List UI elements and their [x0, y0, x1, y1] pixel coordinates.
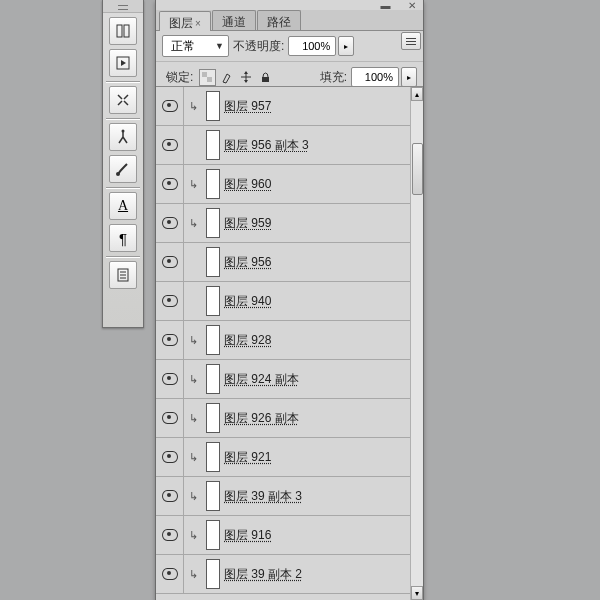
layer-row[interactable]: ↳图层 926 副本	[156, 399, 411, 438]
layer-row[interactable]: ↳图层 39 副本 3	[156, 477, 411, 516]
eye-icon	[162, 451, 178, 463]
layer-row[interactable]: ↳图层 916	[156, 516, 411, 555]
layer-name[interactable]: 图层 928	[224, 332, 271, 349]
layer-name[interactable]: 图层 921	[224, 449, 271, 466]
tool-button-tools[interactable]	[109, 86, 137, 114]
layer-list: ↳图层 957图层 956 副本 3↳图层 960↳图层 959图层 956图层…	[156, 86, 423, 600]
layer-row[interactable]: 图层 940	[156, 282, 411, 321]
lock-all-icon[interactable]	[258, 70, 273, 85]
lock-position-icon[interactable]	[239, 70, 254, 85]
clip-indicator: ↳	[184, 165, 202, 203]
layer-name[interactable]: 图层 39 副本 2	[224, 566, 302, 583]
visibility-toggle[interactable]	[156, 516, 184, 554]
scroll-thumb[interactable]	[412, 143, 423, 195]
svg-marker-3	[121, 60, 126, 66]
layer-row[interactable]: ↳图层 957	[156, 87, 411, 126]
panel-menu-button[interactable]	[401, 32, 421, 50]
close-icon[interactable]: ×	[195, 18, 201, 29]
clip-indicator: ↳	[184, 87, 202, 125]
visibility-toggle[interactable]	[156, 87, 184, 125]
visibility-toggle[interactable]	[156, 360, 184, 398]
layer-thumbnail[interactable]	[206, 520, 220, 550]
layer-name[interactable]: 图层 959	[224, 215, 271, 232]
tool-button-fork[interactable]	[109, 123, 137, 151]
fill-field[interactable]	[351, 67, 399, 87]
layer-thumbnail[interactable]	[206, 364, 220, 394]
layer-name[interactable]: 图层 956 副本 3	[224, 137, 309, 154]
layer-name[interactable]: 图层 926 副本	[224, 410, 299, 427]
tool-button-character[interactable]: A	[109, 192, 137, 220]
svg-point-5	[116, 172, 120, 176]
tool-button-arrange[interactable]	[109, 17, 137, 45]
eye-icon	[162, 178, 178, 190]
lock-paint-icon[interactable]	[220, 70, 235, 85]
tab-paths[interactable]: 路径	[257, 10, 301, 30]
opacity-field[interactable]	[288, 36, 336, 56]
layer-name[interactable]: 图层 916	[224, 527, 271, 544]
blend-mode-dropdown[interactable]: 正常▼	[162, 35, 229, 57]
visibility-toggle[interactable]	[156, 477, 184, 515]
layer-thumbnail[interactable]	[206, 481, 220, 511]
visibility-toggle[interactable]	[156, 126, 184, 164]
visibility-toggle[interactable]	[156, 438, 184, 476]
clip-indicator: ↳	[184, 438, 202, 476]
layer-row[interactable]: ↳图层 921	[156, 438, 411, 477]
layer-thumbnail[interactable]	[206, 208, 220, 238]
scroll-up[interactable]: ▴	[411, 87, 423, 101]
strip-grip[interactable]	[103, 0, 143, 13]
layer-name[interactable]: 图层 956	[224, 254, 271, 271]
layer-thumbnail[interactable]	[206, 130, 220, 160]
visibility-toggle[interactable]	[156, 321, 184, 359]
layer-thumbnail[interactable]	[206, 247, 220, 277]
layer-name[interactable]: 图层 924 副本	[224, 371, 299, 388]
blend-opacity-row: 正常▼ 不透明度: ▸	[156, 31, 423, 62]
layer-name[interactable]: 图层 957	[224, 98, 271, 115]
lock-label: 锁定:	[166, 69, 193, 86]
layer-row[interactable]: ↳图层 928	[156, 321, 411, 360]
lock-transparency-icon[interactable]	[199, 69, 216, 86]
layer-row[interactable]: ↳图层 959	[156, 204, 411, 243]
visibility-toggle[interactable]	[156, 399, 184, 437]
svg-rect-10	[202, 72, 207, 77]
visibility-toggle[interactable]	[156, 243, 184, 281]
clip-indicator: ↳	[184, 204, 202, 242]
scroll-down[interactable]: ▾	[411, 586, 423, 600]
tool-button-brush[interactable]	[109, 155, 137, 183]
layer-name[interactable]: 图层 39 副本 3	[224, 488, 302, 505]
layer-thumbnail[interactable]	[206, 91, 220, 121]
svg-rect-14	[262, 77, 269, 82]
tool-button-document[interactable]	[109, 261, 137, 289]
layer-row[interactable]: 图层 956	[156, 243, 411, 282]
chevron-down-icon: ▼	[215, 41, 224, 51]
layer-name[interactable]: 图层 940	[224, 293, 271, 310]
layer-thumbnail[interactable]	[206, 286, 220, 316]
scrollbar[interactable]: ▴ ▾	[410, 87, 423, 600]
tool-button-paragraph[interactable]: ¶	[109, 224, 137, 252]
layers-panel: ▬ ✕ 图层× 通道 路径 正常▼ 不透明度: ▸ 锁定: 填充: ▸ ↳图层 …	[155, 0, 424, 600]
fill-flyout[interactable]: ▸	[401, 67, 417, 87]
layer-row[interactable]: 图层 956 副本 3	[156, 126, 411, 165]
layer-thumbnail[interactable]	[206, 169, 220, 199]
svg-rect-1	[124, 25, 129, 37]
layer-thumbnail[interactable]	[206, 559, 220, 589]
visibility-toggle[interactable]	[156, 282, 184, 320]
window-controls[interactable]: ▬ ✕	[380, 0, 420, 11]
layer-row[interactable]: ↳图层 39 副本 2	[156, 555, 411, 594]
visibility-toggle[interactable]	[156, 165, 184, 203]
layer-thumbnail[interactable]	[206, 442, 220, 472]
clip-indicator: ↳	[184, 399, 202, 437]
layer-thumbnail[interactable]	[206, 403, 220, 433]
eye-icon	[162, 295, 178, 307]
tab-layers[interactable]: 图层×	[159, 11, 211, 31]
svg-point-4	[122, 130, 125, 133]
layer-name[interactable]: 图层 960	[224, 176, 271, 193]
layer-row[interactable]: ↳图层 924 副本	[156, 360, 411, 399]
tool-button-play[interactable]	[109, 49, 137, 77]
visibility-toggle[interactable]	[156, 204, 184, 242]
visibility-toggle[interactable]	[156, 555, 184, 593]
layer-row[interactable]: ↳图层 960	[156, 165, 411, 204]
panel-tabs: 图层× 通道 路径	[156, 10, 423, 31]
layer-thumbnail[interactable]	[206, 325, 220, 355]
tab-channels[interactable]: 通道	[212, 10, 256, 30]
opacity-flyout[interactable]: ▸	[338, 36, 354, 56]
